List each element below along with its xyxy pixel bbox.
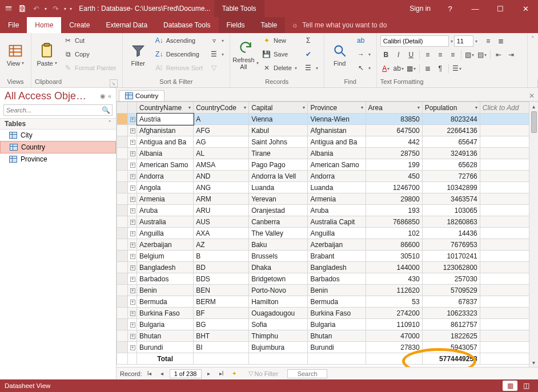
- cell[interactable]: Armenia: [308, 193, 366, 205]
- cell[interactable]: 47000: [366, 330, 422, 342]
- delete-record-button[interactable]: ✕Delete▾: [260, 62, 299, 74]
- close-object-icon[interactable]: ✕: [525, 91, 538, 101]
- increase-indent-button[interactable]: ⇥: [505, 49, 517, 60]
- cell[interactable]: 3249136: [422, 148, 480, 159]
- cell[interactable]: 1246700: [366, 182, 422, 193]
- table-row[interactable]: +American SamoAMSAPago PagoAmerican Samo…: [117, 159, 538, 171]
- expand-row[interactable]: +: [127, 330, 137, 342]
- cell[interactable]: Albania: [308, 148, 366, 159]
- expand-row[interactable]: +: [127, 125, 137, 136]
- expand-row[interactable]: +: [127, 319, 137, 330]
- table-row[interactable]: +AnguillaAXAThe ValleyAnguilla10214436: [117, 228, 538, 239]
- font-name-input[interactable]: [380, 35, 449, 47]
- cell[interactable]: Austria: [137, 114, 194, 125]
- underline-button[interactable]: U: [405, 49, 417, 60]
- cell[interactable]: Dhaka: [249, 262, 308, 273]
- cell[interactable]: Oranjestad: [249, 205, 308, 216]
- row-selector[interactable]: [117, 330, 128, 342]
- view-button[interactable]: View▾: [3, 34, 27, 75]
- cell[interactable]: Antigua and Ba: [137, 136, 194, 148]
- toggle-filter-button[interactable]: ▽: [207, 62, 226, 74]
- cell[interactable]: 274200: [366, 308, 422, 319]
- expand-row[interactable]: +: [127, 285, 137, 296]
- undo-dropdown-icon[interactable]: ▾: [45, 6, 47, 11]
- advanced-filter-button[interactable]: ☰▾: [207, 48, 226, 60]
- cell[interactable]: 83850: [366, 114, 422, 125]
- new-record-button[interactable]: ✦New: [260, 34, 299, 47]
- row-selector[interactable]: [117, 125, 128, 136]
- nav-new-button[interactable]: ✦: [229, 369, 239, 378]
- cell[interactable]: Australia: [137, 216, 194, 228]
- tab-fields[interactable]: Fields: [219, 17, 253, 33]
- cell[interactable]: 3463574: [422, 193, 480, 205]
- cell[interactable]: Andorra: [308, 171, 366, 182]
- totals-row[interactable]: Total5774449258: [117, 353, 538, 365]
- cell[interactable]: 5709529: [422, 285, 480, 296]
- cell[interactable]: 193: [366, 205, 422, 216]
- datasheet-view-button[interactable]: ▦: [503, 381, 517, 391]
- format-painter-button[interactable]: ✎Format Painter: [61, 62, 119, 74]
- cell[interactable]: Armenia: [137, 193, 194, 205]
- nav-collapse-icon[interactable]: «: [108, 92, 111, 100]
- clipboard-launcher[interactable]: ↘: [110, 79, 118, 87]
- cell[interactable]: Vienna: [249, 114, 308, 125]
- alt-row-color-button[interactable]: ▤▾: [476, 49, 488, 60]
- col-area[interactable]: Area▾: [366, 102, 422, 114]
- bullets-button[interactable]: ≡: [483, 35, 494, 47]
- row-selector[interactable]: [117, 239, 128, 250]
- table-row[interactable]: +BangladeshBDDhakaBangladesh144000123062…: [117, 262, 538, 273]
- redo-icon[interactable]: ↷: [50, 3, 61, 14]
- cell[interactable]: 199: [366, 159, 422, 171]
- expand-row[interactable]: +: [127, 193, 137, 205]
- cell[interactable]: Hamilton: [249, 296, 308, 308]
- align-center-button[interactable]: ≡: [435, 49, 446, 60]
- cell[interactable]: Vienna-Wien: [308, 114, 366, 125]
- nav-last-button[interactable]: ▸I: [216, 369, 227, 378]
- cell[interactable]: Bermuda: [308, 296, 366, 308]
- cell[interactable]: 28750: [366, 148, 422, 159]
- cell[interactable]: Antigua and Ba: [308, 136, 366, 148]
- nav-search-input[interactable]: [3, 104, 113, 116]
- cell[interactable]: Anguilla: [137, 228, 194, 239]
- col-country-code[interactable]: CountryCode▾: [194, 102, 249, 114]
- select-button[interactable]: ↖▾: [354, 62, 373, 74]
- cell[interactable]: 7676953: [422, 239, 480, 250]
- cell[interactable]: Bridgetown: [249, 273, 308, 285]
- expand-row[interactable]: +: [127, 171, 137, 182]
- cell[interactable]: AZ: [194, 239, 249, 250]
- row-selector[interactable]: [117, 308, 128, 319]
- cell[interactable]: Bulgaria: [137, 319, 194, 330]
- cell[interactable]: Belgium: [137, 250, 194, 262]
- cell[interactable]: 65628: [422, 159, 480, 171]
- row-selector[interactable]: [117, 353, 128, 365]
- nav-pin-icon[interactable]: ◉: [100, 92, 106, 100]
- cell[interactable]: Brussels: [249, 250, 308, 262]
- save-record-button[interactable]: 💾Save: [260, 48, 299, 60]
- cell[interactable]: Afghanistan: [308, 125, 366, 136]
- save-icon[interactable]: [17, 3, 27, 14]
- cell[interactable]: 10170241: [422, 250, 480, 262]
- cell[interactable]: Aruba: [308, 205, 366, 216]
- row-selector[interactable]: [117, 273, 128, 285]
- table-row[interactable]: +AndorraANDAndorra la VellAndorra4507276…: [117, 171, 538, 182]
- cell[interactable]: Aruba: [137, 205, 194, 216]
- expand-row[interactable]: +: [127, 296, 137, 308]
- cell[interactable]: Bulgaria: [308, 319, 366, 330]
- expand-row[interactable]: +: [127, 159, 137, 171]
- table-row[interactable]: +Burkina FasoBFOuagadougouBurkina Faso27…: [117, 308, 538, 319]
- cell[interactable]: 110910: [366, 319, 422, 330]
- fill-color-button[interactable]: ▧▾: [464, 49, 475, 60]
- cell[interactable]: Burundi: [308, 342, 366, 353]
- col-capital[interactable]: Capital▾: [249, 102, 308, 114]
- row-selector[interactable]: [117, 228, 128, 239]
- cell[interactable]: 1822625: [422, 330, 480, 342]
- cell[interactable]: AMSA: [194, 159, 249, 171]
- cell[interactable]: 112620: [366, 285, 422, 296]
- row-selector[interactable]: [117, 250, 128, 262]
- expand-row[interactable]: +: [127, 205, 137, 216]
- cell[interactable]: Azerbaijan: [308, 239, 366, 250]
- cell[interactable]: Baku: [249, 239, 308, 250]
- table-row[interactable]: +AlbaniaALTiraneAlbania287503249136: [117, 148, 538, 159]
- cell[interactable]: Angola: [137, 182, 194, 193]
- cell[interactable]: Sofia: [249, 319, 308, 330]
